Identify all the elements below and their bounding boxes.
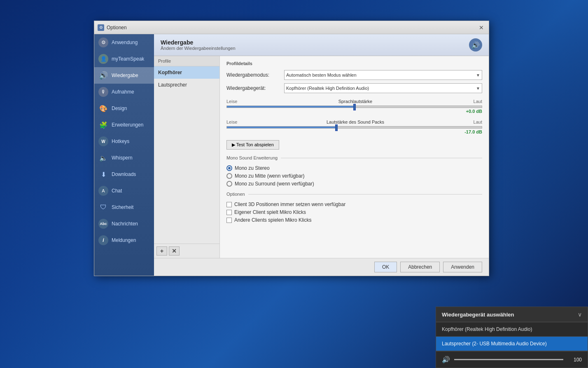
mono-section-title: Mono Sound Erweiterung xyxy=(226,155,278,160)
close-button[interactable]: ✕ xyxy=(477,23,485,32)
sidebar-label-sicherheit: Sicherheit xyxy=(112,204,133,210)
sidebar-item-downloads[interactable]: ⬇ Downloads xyxy=(94,166,154,183)
chevron-icon[interactable]: ∨ xyxy=(578,311,582,318)
sidebar-label-whispern: Whispern xyxy=(112,155,133,161)
popup-footer: 🔊 100 xyxy=(436,351,588,368)
profildetails-label: Profildetails xyxy=(226,61,482,66)
sidebar-item-wiedergabe[interactable]: 🔊 Wiedergabe xyxy=(94,67,154,84)
radio-stereo-dot xyxy=(228,167,231,169)
mono-divider-line xyxy=(281,158,482,158)
apply-button[interactable]: Anwenden xyxy=(443,262,482,272)
test-sound-button[interactable]: ▶ Test Ton abspielen xyxy=(226,140,279,150)
wiedergaberaet-select[interactable]: Kopfhörer (Realtek High Definition Audio… xyxy=(284,83,482,93)
sidebar-label-erweiterungen: Erweiterungen xyxy=(112,122,143,128)
ok-button[interactable]: OK xyxy=(374,262,397,272)
optionen-section-title: Optionen xyxy=(226,192,245,197)
sidebar: ⚙ Anwendung 👤 myTeamSpeak 🔊 Wiedergabe 🎙… xyxy=(94,34,154,276)
sprach-center-label: Sprachlautstärke xyxy=(237,99,473,104)
mic-icon: 🎙 xyxy=(98,87,108,97)
sidebar-label-meldungen: Meldungen xyxy=(112,237,136,243)
audio-device-popup: Wiedergabegerät auswählen ∨ Kopfhörer (R… xyxy=(436,307,588,368)
checkbox-3d-label: Client 3D Positionen immer setzen wenn v… xyxy=(234,202,345,207)
speaker-icon: 🔊 xyxy=(98,70,108,80)
profile-panel-label: Profile xyxy=(154,56,219,66)
sidebar-label-wiedergabe: Wiedergabe xyxy=(112,73,138,78)
chat-icon: A xyxy=(98,186,108,196)
checkbox-3d[interactable]: Client 3D Positionen immer setzen wenn v… xyxy=(226,202,482,207)
sound-slider-thumb[interactable] xyxy=(335,124,338,131)
dialog-title: Optionen xyxy=(107,25,477,30)
volume-value: 100 xyxy=(567,357,582,363)
radio-stereo[interactable]: Mono zu Stereo xyxy=(226,165,482,171)
info-icon: i xyxy=(98,235,108,245)
wiedergabemodus-select[interactable]: Automatisch besten Modus wählen ▼ xyxy=(284,70,482,80)
mono-section-divider: Mono Sound Erweiterung xyxy=(226,155,482,160)
sound-slider-section: Leise Lautstärke des Sound Packs Laut -1… xyxy=(226,120,482,134)
radio-mitte[interactable]: Mono zu Mitte (wenn verfügbar) xyxy=(226,173,482,179)
radio-surround-circle xyxy=(226,181,232,187)
gear-icon: ⚙ xyxy=(98,38,108,47)
sidebar-label-design: Design xyxy=(112,105,127,111)
chevron-down-icon-2: ▼ xyxy=(476,86,480,91)
sidebar-item-myteamspeak[interactable]: 👤 myTeamSpeak xyxy=(94,51,154,67)
sidebar-label-myteamspeak: myTeamSpeak xyxy=(112,56,144,62)
add-profile-button[interactable]: + xyxy=(156,246,167,255)
sidebar-item-nachrichten[interactable]: Abc Nachrichten xyxy=(94,216,154,232)
sprach-slider-track[interactable] xyxy=(226,105,482,108)
dialog-footer: OK Abbrechen Anwenden xyxy=(154,258,489,276)
sidebar-item-anwendung[interactable]: ⚙ Anwendung xyxy=(94,34,154,51)
sound-slider-track[interactable] xyxy=(226,126,482,129)
radio-stereo-label: Mono zu Stereo xyxy=(235,165,270,171)
checkbox-eigener[interactable]: Eigener Client spielt Mikro Klicks xyxy=(226,209,482,215)
radio-surround-label: Mono zu Surround (wenn verfügbar) xyxy=(235,181,314,187)
remove-profile-button[interactable]: ✕ xyxy=(169,246,180,255)
popup-header: Wiedergabegerät auswählen ∨ xyxy=(436,307,588,322)
sound-center-label: Lautstärke des Sound Packs xyxy=(237,120,473,124)
puzzle-icon: 🧩 xyxy=(98,120,108,130)
volume-slider[interactable] xyxy=(454,359,563,360)
sprach-slider-section: Leise Sprachlautstärke Laut +0.0 dB xyxy=(226,99,482,114)
profile-actions: + ✕ xyxy=(154,244,219,258)
popup-item-lautsprecher[interactable]: Lautsprecher (2- USB Multimedia Audio De… xyxy=(436,337,588,351)
sidebar-item-whispern[interactable]: 🔈 Whispern xyxy=(94,150,154,166)
wiedergaberaet-label: Wiedergabegerät: xyxy=(226,85,284,91)
dialog-body: ⚙ Anwendung 👤 myTeamSpeak 🔊 Wiedergabe 🎙… xyxy=(94,34,489,276)
checkbox-3d-box xyxy=(226,202,232,207)
popup-item-kopfhoerer[interactable]: Kopfhörer (Realtek High Definition Audio… xyxy=(436,322,588,337)
sprach-slider-thumb[interactable] xyxy=(353,104,356,110)
sound-slider-header: Leise Lautstärke des Sound Packs Laut xyxy=(226,120,482,124)
sidebar-item-design[interactable]: 🎨 Design xyxy=(94,100,154,117)
sound-slider-fill xyxy=(227,127,336,128)
shield-icon: 🛡 xyxy=(98,202,108,212)
sound-right-label: Laut xyxy=(474,120,482,124)
cancel-button[interactable]: Abbrechen xyxy=(400,262,440,272)
sidebar-label-aufnahme: Aufnahme xyxy=(112,89,134,95)
person-icon: 👤 xyxy=(98,54,108,64)
sprach-slider-header: Leise Sprachlautstärke Laut xyxy=(226,99,482,104)
profile-item-lautsprecher[interactable]: Lautsprecher xyxy=(154,79,219,91)
wiedergabemodus-row: Wiedergabemodus: Automatisch besten Modu… xyxy=(226,70,482,80)
radio-stereo-circle xyxy=(226,165,232,171)
radio-mitte-label: Mono zu Mitte (wenn verfügbar) xyxy=(235,173,304,179)
dialog-titlebar: ⚙ Optionen ✕ xyxy=(94,21,489,34)
sidebar-item-sicherheit[interactable]: 🛡 Sicherheit xyxy=(94,199,154,216)
header-text: Wiedergabe Ändern der Wiedergabeeinstell… xyxy=(161,39,236,51)
sidebar-item-erweiterungen[interactable]: 🧩 Erweiterungen xyxy=(94,117,154,133)
download-icon: ⬇ xyxy=(98,169,108,179)
sidebar-item-hotkeys[interactable]: W Hotkeys xyxy=(94,133,154,150)
keyboard-icon: W xyxy=(98,136,108,146)
sidebar-label-anwendung: Anwendung xyxy=(112,40,138,45)
sidebar-item-aufnahme[interactable]: 🎙 Aufnahme xyxy=(94,84,154,100)
sidebar-item-meldungen[interactable]: i Meldungen xyxy=(94,232,154,248)
optionen-section-divider: Optionen xyxy=(226,192,482,197)
sidebar-label-chat: Chat xyxy=(112,188,122,194)
dialog-icon: ⚙ xyxy=(98,24,104,31)
sidebar-item-chat[interactable]: A Chat xyxy=(94,183,154,199)
volume-icon: 🔊 xyxy=(442,356,450,363)
radio-surround[interactable]: Mono zu Surround (wenn verfügbar) xyxy=(226,181,482,187)
profile-item-kopfhoerer[interactable]: Kopfhörer xyxy=(154,66,219,79)
sprach-slider-fill xyxy=(227,106,355,108)
checkbox-andere[interactable]: Andere Clients spielen Mikro Klicks xyxy=(226,217,482,223)
checkbox-eigener-box xyxy=(226,210,232,215)
chevron-down-icon: ▼ xyxy=(476,73,480,77)
